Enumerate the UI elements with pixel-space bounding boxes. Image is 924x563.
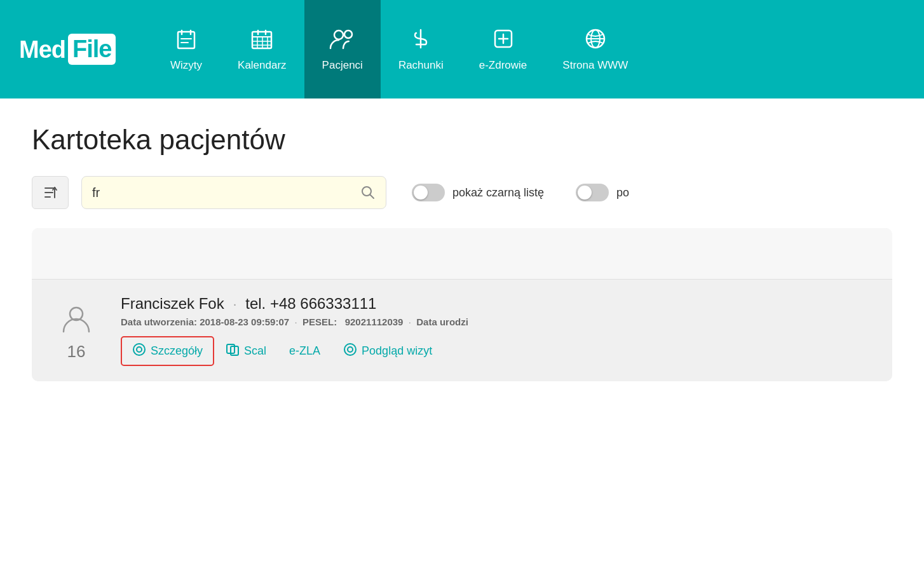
podglad-wizyt-icon	[343, 343, 357, 360]
svg-line-28	[370, 195, 374, 199]
czarna-lista-label: pokaż czarną listę	[452, 186, 544, 200]
svg-point-35	[348, 347, 353, 352]
svg-rect-0	[178, 32, 194, 48]
patient-phone: tel. +48 666333111	[245, 295, 376, 313]
podglad-wizyt-label: Podgląd wizyt	[362, 344, 432, 358]
nav-item-ezdrowie[interactable]: e-Zdrowie	[461, 0, 545, 98]
patient-pesel-label: PESEL:	[302, 316, 337, 327]
logo-file-text: File	[72, 36, 111, 63]
kalendarz-icon	[250, 27, 274, 54]
rachunki-label: Rachunki	[398, 59, 444, 72]
pacjenci-label: Pacjenci	[322, 59, 363, 72]
czarna-lista-toggle-group: pokaż czarną listę	[412, 184, 544, 201]
svg-rect-5	[252, 32, 271, 48]
scal-button[interactable]: Scal	[214, 336, 278, 366]
patient-dot: ·	[233, 297, 237, 311]
nav-item-rachunki[interactable]: Rachunki	[381, 0, 461, 98]
patient-pesel: 92021112039	[345, 316, 404, 327]
second-toggle-group: po	[576, 184, 629, 201]
main-content: Kartoteka pacjentów	[0, 98, 924, 400]
search-input[interactable]	[92, 186, 354, 200]
logo-file-box: File	[68, 34, 116, 65]
page-title: Kartoteka pacjentów	[32, 124, 892, 156]
scal-icon	[226, 343, 240, 360]
kalendarz-label: Kalendarz	[238, 59, 287, 72]
ezla-button[interactable]: e-ZLA	[278, 338, 332, 364]
strona-www-icon	[583, 27, 608, 54]
search-box	[81, 176, 386, 209]
wizyty-label: Wizyty	[170, 59, 202, 72]
patient-actions: Szczegóły Scal e-ZLA	[121, 336, 873, 366]
patient-created: Data utworzenia: 2018-08-23 09:59:07	[121, 316, 289, 327]
main-nav: Wizyty Kalendarz	[153, 0, 918, 98]
patient-avatar-wrap: 16	[51, 300, 102, 362]
svg-point-14	[334, 31, 343, 39]
szczegoly-button[interactable]: Szczegóły	[121, 336, 214, 366]
patient-info: Franciszek Fok · tel. +48 666333111 Data…	[121, 295, 873, 366]
pacjenci-icon	[329, 27, 356, 54]
strona-www-label: Strona WWW	[562, 59, 628, 72]
patient-list-top-space	[32, 228, 892, 279]
second-toggle-label: po	[616, 186, 629, 200]
podglad-wizyt-button[interactable]: Podgląd wizyt	[332, 336, 444, 366]
rachunki-icon	[409, 27, 433, 54]
patient-name-row: Franciszek Fok · tel. +48 666333111	[121, 295, 873, 313]
patient-visit-count: 16	[67, 342, 86, 362]
patient-list: 16 Franciszek Fok · tel. +48 666333111 D…	[32, 228, 892, 381]
second-toggle[interactable]	[576, 184, 609, 201]
avatar-icon	[57, 300, 95, 338]
svg-point-34	[344, 344, 356, 355]
nav-item-pacjenci[interactable]: Pacjenci	[304, 0, 381, 98]
ezdrowie-icon	[491, 27, 515, 54]
sort-button[interactable]	[32, 176, 69, 209]
ezdrowie-label: e-Zdrowie	[479, 59, 527, 72]
wizyty-icon	[174, 27, 198, 54]
app-header: Med File Wizyty	[0, 0, 924, 98]
patient-name: Franciszek Fok	[121, 295, 224, 313]
search-row: pokaż czarną listę po	[32, 176, 892, 209]
logo-med-text: Med	[19, 37, 65, 62]
svg-point-15	[344, 31, 352, 38]
search-icon	[360, 185, 376, 200]
nav-item-wizyty[interactable]: Wizyty	[153, 0, 220, 98]
scal-label: Scal	[244, 344, 266, 358]
nav-item-strona-www[interactable]: Strona WWW	[545, 0, 646, 98]
nav-item-kalendarz[interactable]: Kalendarz	[220, 0, 304, 98]
patient-card: 16 Franciszek Fok · tel. +48 666333111 D…	[32, 279, 892, 381]
svg-point-31	[137, 347, 142, 352]
czarna-lista-toggle[interactable]	[412, 184, 445, 201]
patient-dob-label: Data urodzi	[416, 316, 468, 327]
logo: Med File	[6, 0, 153, 98]
svg-point-30	[133, 344, 145, 355]
szczegoly-label: Szczegóły	[151, 344, 203, 358]
ezla-label: e-ZLA	[289, 344, 320, 358]
szczegoly-icon	[132, 343, 146, 360]
patient-meta: Data utworzenia: 2018-08-23 09:59:07 · P…	[121, 316, 873, 327]
